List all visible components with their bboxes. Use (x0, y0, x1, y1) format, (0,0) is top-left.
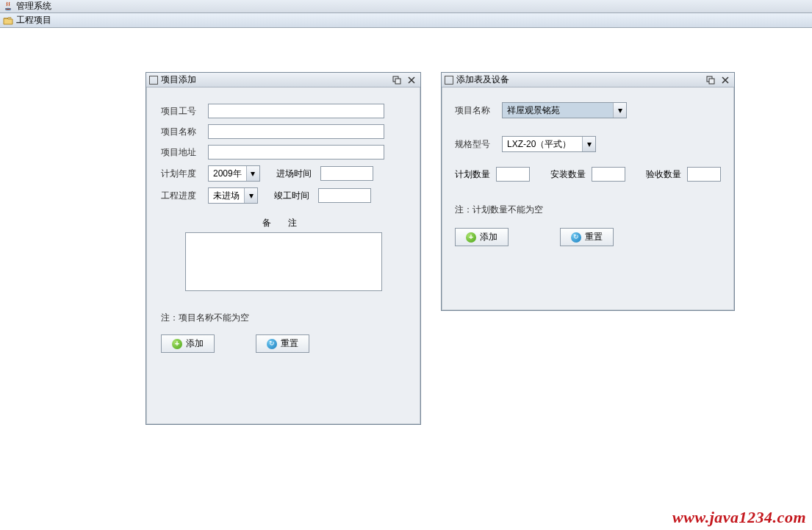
menubar: 工程项目 (0, 13, 812, 28)
note-text: 注：项目名称不能为空 (161, 312, 406, 324)
chevron-down-icon[interactable]: ▾ (246, 166, 259, 181)
plus-icon: + (466, 232, 476, 243)
enter-time-input[interactable] (320, 166, 373, 181)
window-titlebar[interactable]: 项目添加 (146, 73, 420, 87)
window-title: 项目添加 (161, 74, 388, 86)
remark-textarea[interactable] (185, 232, 382, 291)
svg-rect-2 (395, 79, 400, 84)
chevron-down-icon[interactable]: ▾ (613, 103, 626, 118)
label-plan-year: 计划年度 (161, 168, 202, 180)
label-accept-qty: 验收数量 (646, 168, 681, 181)
window-titlebar[interactable]: 添加表及设备 (442, 73, 734, 87)
reset-button[interactable]: ↻ 重置 (256, 334, 309, 353)
menu-item-projects[interactable]: 工程项目 (16, 14, 51, 26)
label-enter-time: 进场时间 (276, 168, 315, 180)
window-add-meter-device: 添加表及设备 项目名称 祥屋观景铭苑 ▾ 规格型号 LXZ-20（平式） ▾ (441, 72, 735, 311)
finish-time-input[interactable] (318, 188, 371, 203)
refresh-icon: ↻ (571, 232, 581, 243)
add-button[interactable]: + 添加 (161, 334, 215, 353)
app-title: 管理系统 (16, 0, 51, 12)
label-remark: 备 注 (161, 217, 406, 229)
label-progress: 工程进度 (161, 190, 202, 202)
window-project-add: 项目添加 项目工号 项目名称 项目地址 计划年度 (145, 72, 421, 425)
chevron-down-icon[interactable]: ▾ (582, 137, 595, 151)
project-name-select[interactable]: 祥屋观景铭苑 ▾ (502, 102, 627, 118)
label-plan-qty: 计划数量 (455, 168, 490, 181)
refresh-icon: ↻ (267, 339, 277, 349)
plus-icon: + (172, 339, 182, 349)
project-no-input[interactable] (208, 104, 384, 118)
label-install-qty: 安装数量 (550, 168, 586, 181)
plan-year-select[interactable]: 2009年 ▾ (208, 165, 260, 182)
maximize-icon[interactable] (705, 75, 716, 85)
label-project-name: 项目名称 (455, 104, 496, 117)
project-addr-input[interactable] (208, 145, 384, 160)
window-title: 添加表及设备 (456, 74, 702, 86)
chevron-down-icon[interactable]: ▾ (244, 188, 257, 203)
close-icon[interactable] (406, 75, 417, 85)
label-spec-model: 规格型号 (455, 138, 496, 151)
folder-icon (3, 15, 13, 26)
label-project-addr: 项目地址 (161, 146, 202, 159)
maximize-icon[interactable] (391, 75, 403, 85)
window-icon (445, 76, 453, 85)
app-titlebar: 管理系统 (0, 0, 812, 13)
watermark: www.java1234.com (672, 508, 806, 527)
plan-qty-input[interactable] (496, 167, 530, 182)
accept-qty-input[interactable] (687, 167, 721, 182)
label-finish-time: 竣工时间 (274, 190, 312, 202)
label-project-no: 项目工号 (161, 105, 202, 118)
reset-button[interactable]: ↻ 重置 (560, 228, 614, 246)
spec-model-select[interactable]: LXZ-20（平式） ▾ (502, 136, 596, 152)
mdi-desktop: 项目添加 项目工号 项目名称 项目地址 计划年度 (0, 28, 812, 530)
progress-select[interactable]: 未进场 ▾ (208, 187, 258, 204)
install-qty-input[interactable] (592, 167, 625, 182)
java-icon (3, 1, 13, 12)
project-name-input[interactable] (208, 124, 384, 139)
add-button[interactable]: + 添加 (455, 228, 509, 246)
window-icon (149, 76, 158, 85)
label-project-name: 项目名称 (161, 126, 202, 138)
close-icon[interactable] (719, 75, 731, 85)
note-text: 注：计划数量不能为空 (455, 204, 721, 216)
svg-rect-4 (709, 79, 714, 84)
